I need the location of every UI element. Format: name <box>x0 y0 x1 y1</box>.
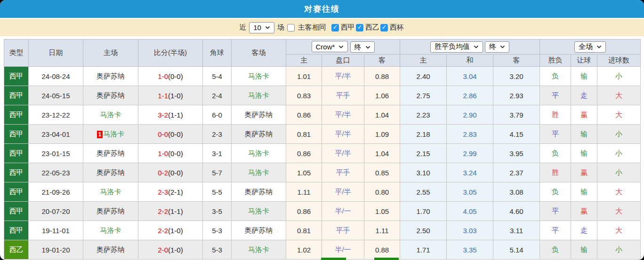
odds-away: 3.79 <box>493 105 540 125</box>
result-cell: 负 <box>540 240 571 260</box>
half-time-score: (0-0) <box>168 130 183 138</box>
corners-cell: 5-7 <box>203 163 232 182</box>
odds-draw: 2.99 <box>447 144 493 163</box>
odds-time-select[interactable]: 终 <box>485 41 509 53</box>
full-time-score: 2-2 <box>158 207 168 215</box>
corners-cell: 3-5 <box>203 202 232 221</box>
bookmaker-time-select[interactable]: 终 <box>350 41 375 53</box>
team-name: 奥萨苏纳 <box>97 149 125 157</box>
subcol-goals: 进球数 <box>597 55 641 67</box>
corners-cell: 5-5 <box>203 182 232 202</box>
head-to-head-panel: 对赛往绩 近 10 场 主客相同 西甲西乙西杯 类型 日期 主场 比分(半场) … <box>0 0 644 260</box>
chevron-down-icon <box>365 46 370 49</box>
full-time-score: 1-1 <box>158 92 168 100</box>
recent-count-select[interactable]: 10 <box>249 22 274 33</box>
scope-select[interactable]: 全场 <box>574 41 606 53</box>
col-date: 日期 <box>29 39 83 67</box>
ah-away-odds: 1.06 <box>364 86 400 105</box>
score-cell: 2-3(2-1) <box>138 182 203 202</box>
date-cell: 19-01-20 <box>29 240 83 260</box>
odds-time-value: 终 <box>489 42 496 51</box>
subcol-ah-away: 客 <box>364 55 400 67</box>
team-name: 奥萨苏纳 <box>245 226 273 234</box>
full-time-score: 2-2 <box>158 227 168 235</box>
score-cell: 1-1(1-0) <box>138 86 203 105</box>
same-venue-label[interactable]: 主客相同 <box>298 23 326 32</box>
result-cell: 胜 <box>540 105 571 125</box>
half-time-score: (1-1) <box>168 207 183 215</box>
odds-draw: 3.24 <box>447 163 493 182</box>
goals-result-cell: 小 <box>597 240 641 260</box>
ah-line: 平/半 <box>322 144 364 163</box>
odds-home: 2.50 <box>400 221 447 240</box>
league-filter-2[interactable]: 西杯 <box>380 23 404 32</box>
same-venue-checkbox[interactable] <box>287 24 295 32</box>
score-cell: 3-2(1-1) <box>138 105 203 125</box>
full-time-score: 2-0 <box>158 246 168 254</box>
home-team-cell: 奥萨苏纳 <box>83 163 138 182</box>
result-group-header: 全场 <box>540 39 641 55</box>
odds-home: 2.55 <box>400 182 447 202</box>
odds-away: 4.15 <box>493 125 540 144</box>
league-checkbox-icon[interactable] <box>331 24 339 32</box>
ah-away-odds: 0.85 <box>364 163 400 182</box>
ah-home-odds: 0.81 <box>286 221 322 240</box>
odds-home: 2.40 <box>400 67 447 86</box>
odds-draw: 4.05 <box>447 202 493 221</box>
league-checkbox-icon[interactable] <box>380 24 388 32</box>
chevron-down-icon <box>338 45 344 48</box>
result-cell: 负 <box>540 67 571 86</box>
league-type-cell: 西甲 <box>4 86 29 105</box>
subcol-oz-away: 客 <box>493 55 540 67</box>
league-filter-label: 西甲 <box>341 23 355 32</box>
score-cell: 2-0(1-0) <box>138 240 203 260</box>
filter-bar: 近 10 场 主客相同 西甲西乙西杯 <box>0 19 644 36</box>
match-row: 西甲24-08-24奥萨苏纳1-0(0-0)5-4马洛卡1.01平/半0.882… <box>4 67 641 86</box>
handicap-result-cell: 输 <box>571 182 597 202</box>
league-filter-1[interactable]: 西乙 <box>356 23 379 32</box>
home-team-cell: 奥萨苏纳 <box>83 240 138 260</box>
score-cell: 1-0(0-0) <box>138 67 203 86</box>
result-cell: 平 <box>540 86 571 105</box>
score-cell: 2-2(1-1) <box>138 202 203 221</box>
chevron-down-icon <box>500 45 505 48</box>
home-team-cell: 马洛卡 <box>83 221 138 240</box>
score-cell: 1-0(0-0) <box>138 144 203 163</box>
corners-cell: 3-1 <box>203 144 232 163</box>
home-team-cell: 奥萨苏纳 <box>83 202 138 221</box>
odds-average-select[interactable]: 胜平负均值 <box>430 41 483 53</box>
handicap-group-header: Crow* 终 <box>286 39 400 55</box>
recent-count-value: 10 <box>253 24 261 32</box>
date-cell: 24-08-24 <box>29 67 83 86</box>
league-filter-label: 西杯 <box>390 23 404 32</box>
full-time-score: 3-2 <box>158 111 168 119</box>
ah-away-odds: 1.04 <box>364 144 400 163</box>
ah-line: 平/半 <box>322 105 364 125</box>
odds-away: 3.20 <box>493 67 540 86</box>
team-name: 奥萨苏纳 <box>97 207 125 215</box>
red-card-badge: 1 <box>97 131 103 138</box>
team-name: 马洛卡 <box>248 207 269 215</box>
corners-cell: 2-4 <box>203 86 232 105</box>
odds-average-value: 胜平负均值 <box>435 42 470 51</box>
ah-line: 平手 <box>322 86 364 105</box>
league-filter-0[interactable]: 西甲 <box>331 23 355 32</box>
bookmaker-select[interactable]: Crow* <box>312 41 348 52</box>
subcol-oz-draw: 和 <box>447 55 493 67</box>
odds-home: 1.70 <box>400 202 447 221</box>
ah-away-odds: 1.11 <box>364 221 400 240</box>
col-corners: 角球 <box>203 39 232 67</box>
full-time-score: 1-0 <box>158 72 168 80</box>
ah-line: 半/一 <box>322 240 364 260</box>
league-checkbox-icon[interactable] <box>356 24 363 32</box>
team-name: 马洛卡 <box>100 226 121 234</box>
odds-home: 2.23 <box>400 105 447 125</box>
match-row: 西甲21-09-26马洛卡2-3(2-1)5-5奥萨苏纳1.11平/半0.802… <box>4 182 641 202</box>
subcol-ah-result: 让球 <box>571 55 597 67</box>
ah-line: 平手 <box>322 221 364 240</box>
score-cell: 2-2(1-0) <box>138 221 203 240</box>
h2h-table: 类型 日期 主场 比分(半场) 角球 客场 Crow* 终 <box>4 39 641 260</box>
result-cell: 负 <box>540 144 571 163</box>
odds-draw: 3.04 <box>447 67 493 86</box>
league-type-cell: 西甲 <box>4 144 29 163</box>
